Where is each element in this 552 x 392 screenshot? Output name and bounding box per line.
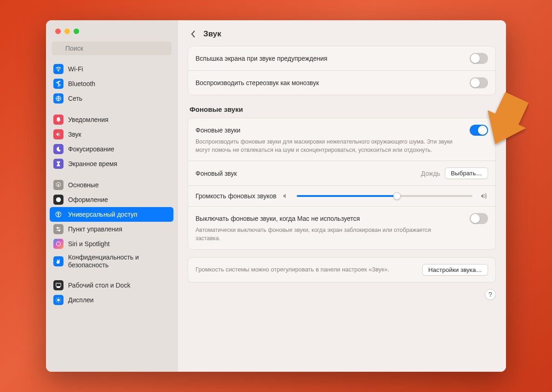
sidebar-item-accessibility[interactable]: Универсальный доступ — [50, 207, 173, 222]
settings-window: Wi-Fi Bluetooth Сеть Уведомления Звук Фо… — [46, 20, 506, 372]
svg-point-2 — [58, 70, 59, 71]
choose-sound-button[interactable]: Выбрать… — [445, 167, 488, 179]
svg-point-10 — [57, 227, 58, 229]
sidebar-item-desktop-dock[interactable]: Рабочий стол и Dock — [50, 278, 173, 293]
sound-settings-button[interactable]: Настройки звука… — [422, 264, 488, 276]
sidebar-item-network[interactable]: Сеть — [50, 91, 173, 106]
sidebar-item-label: Wi-Fi — [68, 65, 83, 73]
svg-point-7 — [58, 213, 59, 214]
sidebar-item-general[interactable]: Основные — [50, 178, 173, 192]
sidebar-item-label: Уведомления — [68, 116, 109, 123]
minimize-button[interactable] — [64, 29, 70, 34]
row-label: Громкость фоновых звуков — [196, 192, 276, 200]
moon-icon — [53, 144, 63, 154]
row-description: Автоматически выключать фоновые звуки, к… — [196, 226, 453, 242]
footer-text: Громкость системы можно отрегулировать в… — [196, 265, 389, 274]
svg-point-15 — [57, 299, 59, 301]
sidebar-item-focus[interactable]: Фокусирование — [50, 142, 173, 156]
section-title-bg-sounds: Фоновые звуки — [188, 95, 496, 118]
hourglass-icon — [53, 159, 63, 169]
help-button[interactable]: ? — [485, 289, 496, 300]
back-button[interactable] — [188, 29, 199, 40]
row-description: Воспроизводить фоновые звуки для маскиро… — [196, 138, 453, 154]
sidebar-item-label: Универсальный доступ — [68, 211, 138, 218]
svg-line-22 — [57, 301, 57, 302]
sidebar-item-label: Экранное время — [68, 160, 117, 167]
row-label: Фоновый звук — [196, 170, 237, 177]
toggle-off-when-idle[interactable] — [470, 213, 488, 224]
window-controls — [46, 20, 177, 39]
appearance-icon — [53, 195, 63, 205]
accessibility-icon — [53, 209, 63, 219]
sidebar-item-bluetooth[interactable]: Bluetooth — [50, 76, 173, 91]
row-label: Фоновые звуки — [196, 127, 241, 134]
sidebar-item-label: Фокусирование — [68, 145, 114, 153]
globe-icon — [53, 93, 63, 104]
sidebar-item-label: Siri и Spotlight — [68, 240, 109, 248]
row-bg-sounds-master: Фоновые звуки Воспроизводить фоновые зву… — [188, 118, 495, 161]
svg-point-12 — [57, 242, 61, 246]
row-mono-audio: Воспроизводить стереозвук как монозвук — [188, 70, 495, 95]
sidebar-item-label: Конфиденциальность и безопасность — [68, 254, 170, 269]
svg-line-23 — [60, 298, 60, 298]
volume-low-icon — [282, 192, 289, 200]
volume-slider[interactable] — [297, 195, 472, 197]
main-panel: Звук Вспышка экрана при звуке предупрежд… — [178, 20, 506, 372]
svg-rect-13 — [56, 283, 61, 286]
gear-icon — [53, 180, 63, 190]
row-flash-screen: Вспышка экрана при звуке предупреждения — [188, 46, 495, 70]
dock-icon — [53, 280, 63, 290]
header: Звук — [188, 20, 496, 46]
maximize-button[interactable] — [74, 29, 79, 34]
sidebar-item-notifications[interactable]: Уведомления — [50, 112, 173, 127]
bell-icon — [53, 115, 63, 125]
sidebar-item-control-center[interactable]: Пункт управления — [50, 222, 173, 236]
wifi-icon — [53, 64, 63, 74]
sidebar-list: Wi-Fi Bluetooth Сеть Уведомления Звук Фо… — [46, 61, 177, 372]
sliders-icon — [53, 224, 63, 234]
row-label: Выключать фоновые звуки, когда Mac не ис… — [196, 215, 360, 222]
sidebar-item-label: Оформление — [68, 196, 108, 203]
sidebar-item-siri[interactable]: Siri и Spotlight — [50, 236, 173, 251]
sidebar-item-privacy[interactable]: Конфиденциальность и безопасность — [50, 251, 173, 271]
sidebar-item-appearance[interactable]: Оформление — [50, 192, 173, 207]
current-sound-value: Дождь — [421, 170, 440, 177]
toggle-flash-screen[interactable] — [470, 53, 488, 64]
bluetooth-icon — [53, 79, 63, 89]
toggle-mono-audio[interactable] — [470, 77, 488, 88]
sidebar-item-wifi[interactable]: Wi-Fi — [50, 62, 173, 76]
svg-point-4 — [58, 184, 59, 186]
sidebar-item-screentime[interactable]: Экранное время — [50, 156, 173, 171]
sidebar-item-displays[interactable]: Дисплеи — [50, 293, 173, 307]
sidebar-item-label: Основные — [68, 181, 98, 189]
card-system-volume-link: Громкость системы можно отрегулировать в… — [188, 257, 496, 282]
svg-line-21 — [60, 301, 60, 302]
toggle-bg-sounds[interactable] — [470, 125, 488, 136]
siri-icon — [53, 239, 63, 249]
svg-point-11 — [58, 230, 60, 231]
chevron-left-icon — [190, 30, 196, 38]
row-label: Воспроизводить стереозвук как монозвук — [196, 79, 319, 86]
card-alerts: Вспышка экрана при звуке предупреждения … — [188, 46, 496, 95]
sidebar-item-label: Bluetooth — [68, 80, 95, 87]
speaker-icon — [53, 129, 63, 139]
card-bg-sounds: Фоновые звуки Воспроизводить фоновые зву… — [188, 118, 496, 250]
display-icon — [53, 295, 63, 305]
volume-high-icon — [480, 192, 488, 200]
sidebar-item-sound[interactable]: Звук — [50, 127, 173, 142]
search-input[interactable] — [52, 41, 172, 55]
sidebar-item-label: Пункт управления — [68, 225, 122, 233]
sidebar-item-label: Звук — [68, 131, 81, 138]
page-title: Звук — [203, 29, 221, 39]
row-label: Вспышка экрана при звуке предупреждения — [196, 55, 328, 62]
row-off-when-idle: Выключать фоновые звуки, когда Mac не ис… — [188, 206, 495, 249]
row-bg-sound-choice: Фоновый звук Дождь Выбрать… — [188, 161, 495, 185]
sidebar-item-label: Сеть — [68, 95, 82, 102]
hand-icon — [53, 256, 63, 266]
row-bg-volume: Громкость фоновых звуков — [188, 185, 495, 206]
svg-rect-14 — [57, 287, 60, 288]
close-button[interactable] — [55, 29, 61, 34]
svg-line-20 — [57, 298, 57, 298]
sidebar: Wi-Fi Bluetooth Сеть Уведомления Звук Фо… — [46, 20, 178, 372]
sidebar-item-label: Рабочий стол и Dock — [68, 282, 130, 289]
